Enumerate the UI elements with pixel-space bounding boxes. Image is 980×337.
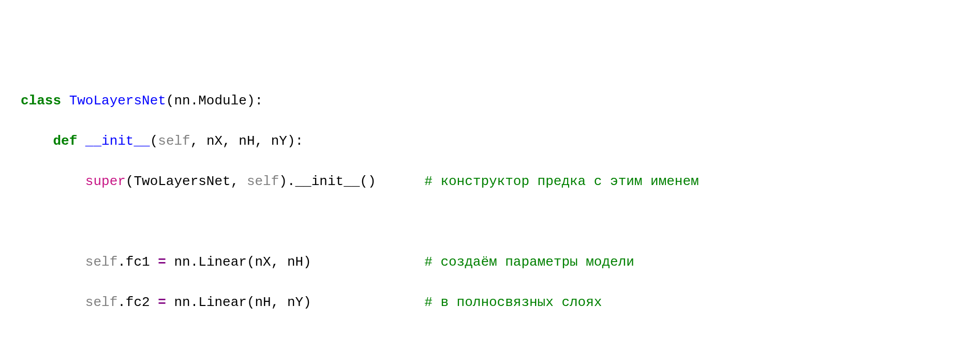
operator-assign: = [158,295,166,310]
code-line-7 [21,333,959,337]
code-line-2: def __init__(self, nX, nH, nY): [21,131,959,151]
method-name: __init__ [85,133,150,149]
comment: # в полносвязных слоях [424,295,602,310]
comment: # конструктор предка с этим именем [424,174,699,189]
keyword-class: class [21,93,61,109]
code-line-4 [21,212,959,232]
class-name: TwoLayersNet [69,93,166,109]
code-block: class TwoLayersNet(nn.Module): def __ini… [21,91,959,337]
self-param: self [247,174,279,189]
self-param: self [85,295,117,310]
self-param: self [85,254,117,270]
code-line-1: class TwoLayersNet(nn.Module): [21,91,959,111]
comment: # создаём параметры модели [424,254,634,270]
keyword-def: def [53,133,77,149]
code-line-5: self.fc1 = nn.Linear(nX, nH) # создаём п… [21,252,959,272]
operator-assign: = [158,254,166,270]
code-line-3: super(TwoLayersNet, self).__init__() # к… [21,172,959,192]
builtin-super: super [85,174,126,189]
code-line-6: self.fc2 = nn.Linear(nH, nY) # в полносв… [21,293,959,313]
self-param: self [158,133,190,149]
